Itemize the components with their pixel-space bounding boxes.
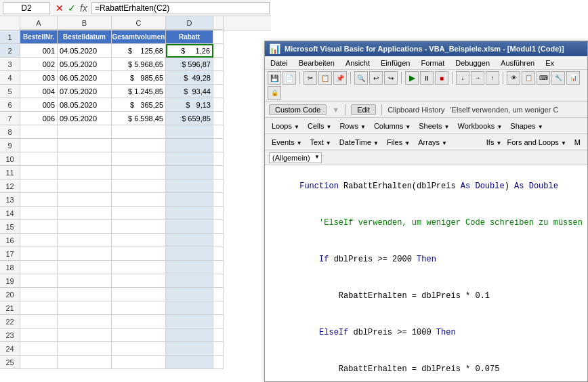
cell-a2[interactable]: 001 bbox=[20, 44, 58, 58]
row-header-8[interactable]: 8 bbox=[0, 125, 20, 139]
cell-e7[interactable] bbox=[213, 112, 224, 125]
toolbar-btn-watch[interactable]: 👁 bbox=[507, 71, 520, 85]
col-header-b[interactable]: B bbox=[58, 16, 112, 30]
cell-b5[interactable]: 07.05.2020 bbox=[58, 85, 112, 98]
toolbar-btn-2[interactable]: 📄 bbox=[282, 71, 296, 85]
cell-c7[interactable]: $ 6.598,45 bbox=[112, 112, 166, 125]
events-item-events[interactable]: Events ▼ bbox=[269, 137, 305, 147]
cell-e1[interactable] bbox=[213, 30, 224, 44]
row-header-6[interactable]: 6 bbox=[0, 98, 20, 112]
menu-datei[interactable]: Datei bbox=[268, 59, 291, 67]
cell-e8[interactable] bbox=[213, 125, 224, 139]
cell-d5[interactable]: $ 93,44 bbox=[166, 85, 213, 98]
row-header-21[interactable]: 21 bbox=[0, 301, 20, 315]
loops-item-sheets[interactable]: Sheets ▼ bbox=[416, 121, 452, 131]
col-header-c[interactable]: C bbox=[112, 16, 166, 30]
toolbar-btn-redo[interactable]: ↪ bbox=[384, 71, 398, 85]
menu-format[interactable]: Format bbox=[418, 59, 447, 67]
cell-d2[interactable]: $ 1,26 bbox=[166, 44, 213, 58]
formula-input[interactable]: =RabattErhalten(C2) bbox=[91, 2, 270, 14]
row-header-20[interactable]: 20 bbox=[0, 288, 20, 301]
toolbar-btn-paste[interactable]: 📌 bbox=[333, 71, 347, 85]
cell-c5[interactable]: $ 1.245,85 bbox=[112, 85, 166, 98]
row-header-2[interactable]: 2 bbox=[0, 44, 20, 58]
row-header-10[interactable]: 10 bbox=[0, 152, 20, 166]
row-header-17[interactable]: 17 bbox=[0, 247, 20, 261]
edit-button[interactable]: Edit bbox=[351, 104, 376, 115]
loops-item-rows[interactable]: Rows ▼ bbox=[337, 121, 368, 131]
cell-c1[interactable]: Gesamtvolumen bbox=[112, 30, 166, 44]
row-header-15[interactable]: 15 bbox=[0, 220, 20, 234]
row-header-7[interactable]: 7 bbox=[0, 112, 20, 125]
cell-d1[interactable]: Rabatt bbox=[166, 30, 213, 44]
row-header-5[interactable]: 5 bbox=[0, 85, 20, 98]
cell-b4[interactable]: 06.05.2020 bbox=[58, 71, 112, 85]
toolbar-btn-stop[interactable]: ■ bbox=[435, 71, 448, 85]
row-header-14[interactable]: 14 bbox=[0, 207, 20, 220]
cell-c2[interactable]: $ 125,68 bbox=[112, 44, 166, 58]
cell-reference-box[interactable]: D2 bbox=[3, 2, 50, 14]
row-header-3[interactable]: 3 bbox=[0, 58, 20, 71]
menu-einfuegen[interactable]: Einfügen bbox=[378, 59, 413, 67]
cell-c4[interactable]: $ 985,65 bbox=[112, 71, 166, 85]
row-header-22[interactable]: 22 bbox=[0, 315, 20, 328]
row-header-25[interactable]: 25 bbox=[0, 356, 20, 369]
toolbar-btn-locals[interactable]: 📋 bbox=[522, 71, 535, 85]
menu-debuggen[interactable]: Debuggen bbox=[453, 59, 492, 67]
row-header-18[interactable]: 18 bbox=[0, 261, 20, 274]
function-icon[interactable]: fx bbox=[80, 3, 87, 14]
toolbar-btn-find[interactable]: 🔍 bbox=[354, 71, 368, 85]
row-header-16[interactable]: 16 bbox=[0, 234, 20, 247]
vba-code-area[interactable]: Function RabattErhalten(dblPreis As Doub… bbox=[265, 165, 587, 381]
toolbar-btn-stepout[interactable]: ↑ bbox=[486, 71, 499, 85]
toolbar-btn-play[interactable]: ▶ bbox=[405, 71, 419, 85]
loops-item-columns[interactable]: Columns ▼ bbox=[371, 121, 413, 131]
events-item-arrays[interactable]: Arrays ▼ bbox=[415, 137, 450, 147]
toolbar-btn-misc3[interactable]: 🔒 bbox=[268, 86, 281, 100]
menu-ausfuehren[interactable]: Ausführen bbox=[498, 59, 537, 67]
cell-e6[interactable] bbox=[213, 98, 224, 112]
cell-a5[interactable]: 004 bbox=[20, 85, 58, 98]
custom-code-button[interactable]: Custom Code bbox=[269, 104, 327, 115]
cell-a8[interactable] bbox=[20, 125, 58, 139]
row-header-19[interactable]: 19 bbox=[0, 274, 20, 288]
cell-e3[interactable] bbox=[213, 58, 224, 71]
col-header-a[interactable]: A bbox=[20, 16, 58, 30]
menu-ansicht[interactable]: Ansicht bbox=[343, 59, 373, 67]
cell-b2[interactable]: 04.05.2020 bbox=[58, 44, 112, 58]
toolbar-btn-1[interactable]: 💾 bbox=[268, 71, 281, 85]
row-header-9[interactable]: 9 bbox=[0, 139, 20, 152]
cell-d7[interactable]: $ 659,85 bbox=[166, 112, 213, 125]
cell-b6[interactable]: 08.05.2020 bbox=[58, 98, 112, 112]
cell-e5[interactable] bbox=[213, 85, 224, 98]
loops-item-cells[interactable]: Cells ▼ bbox=[305, 121, 334, 131]
cell-d4[interactable]: $ 49,28 bbox=[166, 71, 213, 85]
toolbar-btn-misc1[interactable]: 🔧 bbox=[551, 71, 565, 85]
loops-item-loops[interactable]: Loops ▼ bbox=[269, 121, 302, 131]
row-header-23[interactable]: 23 bbox=[0, 328, 20, 342]
toolbar-btn-step[interactable]: ↓ bbox=[456, 71, 469, 85]
col-header-e[interactable] bbox=[213, 16, 224, 30]
row-header-4[interactable]: 4 bbox=[0, 71, 20, 85]
toolbar-btn-pause[interactable]: ⏸ bbox=[420, 71, 434, 85]
loops-item-shapes[interactable]: Shapes ▼ bbox=[507, 121, 545, 131]
toolbar-btn-copy[interactable]: 📋 bbox=[318, 71, 332, 85]
loops-item-workbooks[interactable]: Workbooks ▼ bbox=[455, 121, 505, 131]
cell-c6[interactable]: $ 365,25 bbox=[112, 98, 166, 112]
row-header-1[interactable]: 1 bbox=[0, 30, 20, 44]
events-item-files[interactable]: Files ▼ bbox=[384, 137, 413, 147]
cell-b3[interactable]: 05.05.2020 bbox=[58, 58, 112, 71]
cell-d8[interactable] bbox=[166, 125, 213, 139]
toolbar-btn-misc2[interactable]: 📊 bbox=[566, 71, 580, 85]
cell-a4[interactable]: 003 bbox=[20, 71, 58, 85]
cell-a3[interactable]: 002 bbox=[20, 58, 58, 71]
cell-c3[interactable]: $ 5.968,65 bbox=[112, 58, 166, 71]
row-header-13[interactable]: 13 bbox=[0, 193, 20, 207]
row-header-11[interactable]: 11 bbox=[0, 166, 20, 179]
cell-e4[interactable] bbox=[213, 71, 224, 85]
events-item-datetime[interactable]: DateTime ▼ bbox=[337, 137, 381, 147]
cell-a7[interactable]: 006 bbox=[20, 112, 58, 125]
row-header-12[interactable]: 12 bbox=[0, 179, 20, 193]
cell-d6[interactable]: $ 9,13 bbox=[166, 98, 213, 112]
menu-ex[interactable]: Ex bbox=[543, 59, 557, 67]
